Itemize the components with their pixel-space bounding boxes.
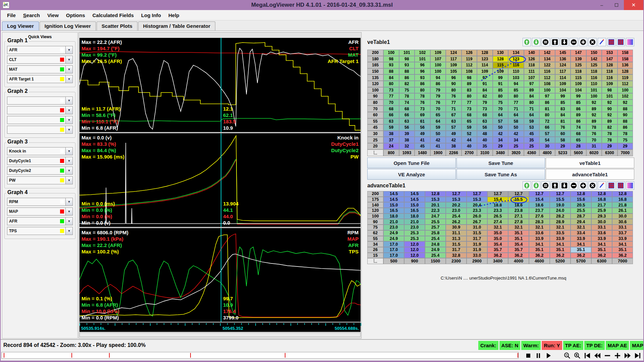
table-cell[interactable]: 27.8 (508, 219, 529, 225)
table-cell[interactable]: 57 (493, 118, 508, 125)
field-select-empty[interactable] (7, 97, 66, 105)
table-cell[interactable]: 19.0 (550, 202, 571, 208)
open-tune-file-button[interactable]: Open Tune File (367, 158, 456, 168)
table-cell[interactable]: 84 (555, 112, 571, 118)
table-cell[interactable]: 145 (555, 50, 571, 56)
table-cell[interactable]: 80 (462, 93, 477, 100)
table-cell[interactable]: 97 (539, 93, 555, 100)
table-cell[interactable]: 107 (524, 74, 540, 81)
table-cell[interactable]: 115 (571, 74, 586, 81)
table-cell[interactable]: 130 (493, 50, 508, 56)
table-cell[interactable]: 82 (477, 93, 493, 100)
table-cell[interactable]: 112 (539, 74, 555, 81)
table-cell[interactable]: 59 (462, 124, 477, 131)
table-cell[interactable]: 35.1 (550, 247, 571, 253)
table-cell[interactable]: 12.0 (404, 253, 425, 258)
table-cell[interactable]: 53 (524, 124, 540, 131)
table-cell[interactable]: 32 (399, 143, 415, 149)
table-cell[interactable]: 64 (493, 112, 508, 118)
table-cell[interactable]: 110 (586, 81, 602, 87)
tab-log-viewer[interactable]: Log Viewer (2, 21, 39, 31)
advance-table-tab[interactable]: advanceTable1 (546, 169, 634, 180)
table-cell[interactable]: 153 (602, 50, 618, 56)
table-cell[interactable]: 54 (539, 137, 555, 143)
table-cell[interactable]: 12.7 (446, 191, 467, 197)
table-cell[interactable]: 16.8 (591, 197, 612, 202)
save-tune-button[interactable]: Save Tune (457, 158, 545, 168)
table-cell[interactable]: 123 (508, 56, 524, 62)
table-cell[interactable]: 75 (618, 137, 633, 143)
table-cell[interactable]: 23.7 (529, 208, 550, 214)
table-cell[interactable]: 63 (477, 118, 493, 125)
table-cell[interactable]: 12.0 (404, 241, 425, 247)
shift-down-icon[interactable] (560, 38, 569, 46)
table-cell[interactable]: 89 (586, 106, 602, 112)
table-cell[interactable]: 126 (462, 50, 477, 56)
field-select-clt[interactable]: CLT (7, 56, 66, 64)
speed-up-button[interactable] (612, 351, 623, 360)
table-cell[interactable]: 100 (430, 62, 446, 68)
table-cell[interactable]: 28.2 (550, 214, 571, 219)
table-cell[interactable]: 103 (508, 74, 524, 81)
menu-calculated-fields[interactable]: Calculated Fields (89, 11, 137, 19)
table-cell[interactable]: 21.0 (383, 219, 404, 225)
table-cell[interactable]: 30.9 (446, 225, 467, 230)
table-cell[interactable]: 35 (524, 137, 540, 143)
table-cell[interactable]: 14.5 (383, 197, 404, 202)
clear-cell-icon[interactable] (588, 38, 597, 46)
raise-selected-icon[interactable] (523, 38, 531, 46)
table-cell[interactable]: 85 (571, 100, 586, 106)
field-select-rpm[interactable]: RPM (7, 198, 66, 206)
table-cell[interactable]: 42 (508, 131, 524, 137)
table-cell[interactable]: 23.0 (446, 208, 467, 214)
table-cell[interactable]: 136 (618, 62, 633, 68)
table-cell[interactable]: 15.6 (571, 197, 591, 202)
table-cell[interactable]: 29 (618, 143, 633, 149)
table-cell[interactable]: 117 (446, 56, 462, 62)
table-cell[interactable]: 125 (586, 62, 602, 68)
table-cell[interactable]: 32.1 (571, 225, 591, 230)
set-equal-icon[interactable] (541, 38, 550, 46)
table-cell[interactable]: 88 (383, 68, 399, 75)
table-cell[interactable]: 85 (493, 87, 508, 94)
table-cell[interactable]: 64 (508, 112, 524, 118)
chevron-down-icon[interactable]: ▼ (66, 97, 73, 105)
table-cell[interactable]: 68 (399, 106, 415, 112)
table-cell[interactable]: 31.7 (446, 247, 467, 253)
table-cell[interactable]: 35.1 (508, 230, 529, 236)
table-cell[interactable]: 34.1 (591, 241, 612, 247)
chevron-down-icon[interactable]: ▼ (66, 126, 73, 134)
table-cell[interactable]: 36.2 (508, 253, 529, 258)
table-cell[interactable]: 147 (571, 50, 586, 56)
table-cell[interactable]: 128 (493, 56, 508, 62)
table-cell[interactable]: 24.0 (550, 208, 571, 214)
table-cell[interactable]: 31.5 (446, 241, 467, 247)
field-select-dutycycle1[interactable]: DutyCycle1 (7, 157, 66, 165)
table-cell[interactable]: 12.7 (467, 191, 487, 197)
table-cell[interactable]: 118 (602, 68, 618, 75)
table-cell[interactable]: 78 (586, 124, 602, 131)
edit-pencil-icon[interactable] (598, 38, 606, 46)
table-cell[interactable]: 100 (539, 87, 555, 94)
table-cell[interactable]: 89 (571, 112, 586, 118)
table-cell[interactable]: 15.0 (383, 202, 404, 208)
table-cell[interactable]: 92 (602, 112, 618, 118)
table-cell[interactable]: 78 (618, 131, 633, 137)
table-cell[interactable]: 18.6 (508, 202, 529, 208)
table-cell[interactable]: 89 (524, 87, 540, 94)
table-cell[interactable]: 35.1 (571, 247, 591, 253)
maximize-button[interactable] (609, 0, 624, 10)
menu-options[interactable]: Options (63, 11, 88, 19)
table-cell[interactable]: 36.2 (571, 253, 591, 258)
stop-button[interactable] (523, 351, 533, 360)
table-cell[interactable]: 134 (508, 50, 524, 56)
raise-selected-icon[interactable] (523, 181, 531, 190)
tab-ignition-log-viewer[interactable]: Ignition Log Viewer (40, 21, 96, 31)
table-cell[interactable]: 33.5 (550, 230, 571, 236)
speed-down-button[interactable] (602, 351, 612, 360)
table-cell[interactable]: 33.1 (591, 225, 612, 230)
table-cell[interactable]: 86 (399, 74, 415, 81)
table-cell[interactable]: 97 (524, 81, 540, 87)
table-cell[interactable]: 22.3 (425, 208, 446, 214)
table-cell[interactable]: 35 (477, 143, 493, 149)
